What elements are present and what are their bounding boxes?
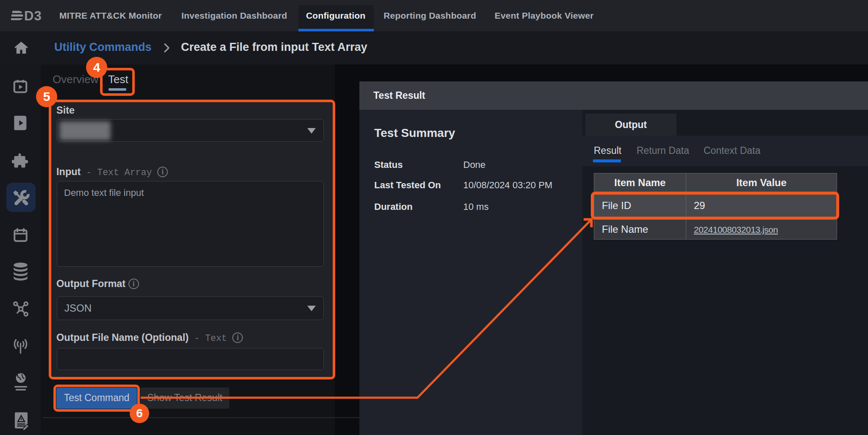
- svg-text:D3: D3: [24, 10, 42, 21]
